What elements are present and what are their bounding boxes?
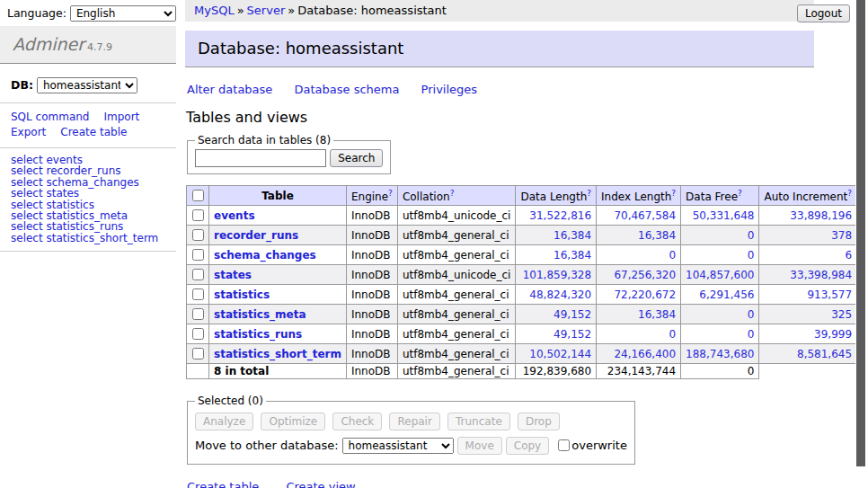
scrollbar-track[interactable]	[855, 0, 868, 488]
table-link[interactable]: statistics_runs	[214, 328, 302, 341]
create-table-link[interactable]: Create table	[187, 480, 259, 488]
search-fieldset: Search data in tables (8) Search	[187, 134, 391, 174]
row-checkbox[interactable]	[192, 288, 204, 300]
row-checkbox[interactable]	[192, 328, 204, 340]
table-link[interactable]: statistics_short_term	[214, 348, 341, 360]
selected-buttons-row: Analyze Optimize Check Repair Truncate D…	[195, 413, 627, 430]
total-data-length-cell: 192,839,680	[516, 364, 597, 379]
table-row: states InnoDB utf8mb4_unicode_ci 101,859…	[187, 265, 868, 285]
database-schema-link[interactable]: Database schema	[295, 83, 400, 96]
help-icon[interactable]: ?	[388, 189, 393, 198]
check-button[interactable]: Check	[332, 413, 382, 430]
table-header-row: Table Engine? Collation? Data Length? In…	[187, 186, 868, 206]
sql-command-link[interactable]: SQL command	[11, 111, 89, 123]
create-table-link-sidebar[interactable]: Create table	[60, 126, 127, 138]
help-icon[interactable]: ?	[847, 189, 852, 198]
db-label: DB:	[11, 78, 33, 92]
data-free-cell: 188,743,680	[681, 344, 759, 364]
engine-cell: InnoDB	[346, 206, 397, 226]
table-row: statistics_short_term InnoDB utf8mb4_gen…	[187, 344, 868, 364]
column-header-table: Table	[209, 186, 347, 206]
help-icon[interactable]: ?	[671, 189, 676, 198]
table-link[interactable]: schema_changes	[214, 249, 316, 262]
data-length-cell: 16,384	[516, 226, 597, 245]
move-label: Move to other database:	[195, 439, 339, 452]
data-free-cell: 50,331,648	[681, 206, 759, 226]
sidebar-actions: SQL commandImport ExportCreate table	[0, 110, 176, 140]
optimize-button[interactable]: Optimize	[261, 413, 325, 430]
help-icon[interactable]: ?	[450, 189, 455, 198]
import-link[interactable]: Import	[103, 111, 139, 123]
adminer-app: Language:English Adminer4.7.9 DB:homeass…	[0, 0, 868, 488]
table-link[interactable]: statistics	[214, 288, 270, 301]
truncate-button[interactable]: Truncate	[447, 413, 510, 430]
column-header-engine: Engine?	[346, 186, 397, 206]
overwrite-label[interactable]: overwrite	[571, 439, 627, 452]
engine-cell: InnoDB	[346, 344, 397, 364]
create-view-link[interactable]: Create view	[286, 480, 355, 488]
logout-button[interactable]: Logout	[797, 4, 850, 22]
selected-fieldset: Selected (0) Analyze Optimize Check Repa…	[187, 395, 635, 465]
help-icon[interactable]: ?	[587, 189, 591, 198]
create-links-row: Create table Create view	[187, 480, 823, 488]
row-checkbox[interactable]	[192, 348, 204, 359]
row-checkbox[interactable]	[192, 308, 204, 320]
auto-increment-cell: 33,398,984	[759, 265, 857, 285]
export-link[interactable]: Export	[11, 126, 46, 138]
sidebar-item-select-states[interactable]: select states	[11, 188, 165, 199]
total-data-free-cell: 0	[681, 364, 759, 379]
sidebar-item-select-statistics-short-term[interactable]: select statistics_short_term	[11, 233, 165, 244]
breadcrumb: MySQL»Server»Database: homeassistant	[185, 0, 814, 22]
privileges-link[interactable]: Privileges	[421, 83, 478, 96]
data-free-cell: 0	[681, 226, 759, 245]
table-row: statistics_runs InnoDB utf8mb4_general_c…	[187, 324, 868, 344]
drop-button[interactable]: Drop	[518, 413, 560, 430]
sidebar-item-select-recorder-runs[interactable]: select recorder_runs	[11, 165, 165, 176]
table-link[interactable]: recorder_runs	[214, 229, 298, 242]
table-link[interactable]: events	[214, 209, 255, 222]
row-checkbox[interactable]	[192, 269, 204, 280]
index-length-cell: 67,256,320	[597, 265, 681, 285]
repair-button[interactable]: Repair	[389, 413, 439, 430]
engine-cell: InnoDB	[346, 324, 397, 344]
data-free-cell: 6,291,456	[681, 285, 759, 305]
row-checkbox[interactable]	[192, 249, 204, 261]
alter-database-link[interactable]: Alter database	[187, 83, 272, 96]
row-checkbox[interactable]	[192, 209, 204, 221]
language-select[interactable]: English	[70, 5, 176, 22]
column-header-auto-increment: Auto Increment?	[759, 186, 857, 206]
search-input[interactable]	[195, 149, 326, 167]
index-length-cell: 16,384	[597, 226, 681, 245]
collation-cell: utf8mb4_unicode_ci	[397, 206, 516, 226]
analyze-button[interactable]: Analyze	[195, 413, 253, 430]
total-index-length-cell: 234,143,744	[597, 364, 681, 379]
breadcrumb-separator: »	[237, 4, 244, 17]
breadcrumb-server-link[interactable]: Server	[247, 4, 286, 17]
index-length-cell: 0	[597, 245, 681, 265]
data-free-cell: 0	[681, 324, 759, 344]
sidebar-divider	[0, 251, 176, 252]
breadcrumb-current: Database: homeassistant	[297, 4, 447, 17]
overwrite-checkbox[interactable]	[558, 439, 570, 451]
sidebar-divider	[0, 102, 176, 103]
move-database-select[interactable]: homeassistant	[342, 438, 454, 454]
sidebar-item-select-statistics-runs[interactable]: select statistics_runs	[11, 221, 165, 232]
total-label-cell: 8 in total	[209, 364, 347, 379]
breadcrumb-mysql-link[interactable]: MySQL	[194, 4, 235, 17]
scrollbar-thumb[interactable]	[856, 0, 865, 466]
row-checkbox[interactable]	[192, 229, 204, 241]
collation-cell: utf8mb4_general_ci	[397, 245, 516, 265]
move-button[interactable]: Move	[457, 437, 502, 455]
select-all-checkbox[interactable]	[192, 190, 204, 201]
language-row: Language:English	[0, 0, 176, 26]
db-select[interactable]: homeassistant	[37, 77, 137, 93]
data-length-cell: 48,824,320	[516, 285, 597, 305]
column-header-collation: Collation?	[397, 186, 516, 206]
copy-button[interactable]: Copy	[506, 437, 549, 455]
table-link[interactable]: states	[214, 269, 252, 281]
table-link[interactable]: statistics_meta	[214, 308, 306, 321]
help-icon[interactable]: ?	[738, 189, 742, 198]
search-button[interactable]: Search	[330, 149, 383, 167]
data-length-cell: 49,152	[516, 305, 597, 324]
index-length-cell: 0	[597, 324, 681, 344]
